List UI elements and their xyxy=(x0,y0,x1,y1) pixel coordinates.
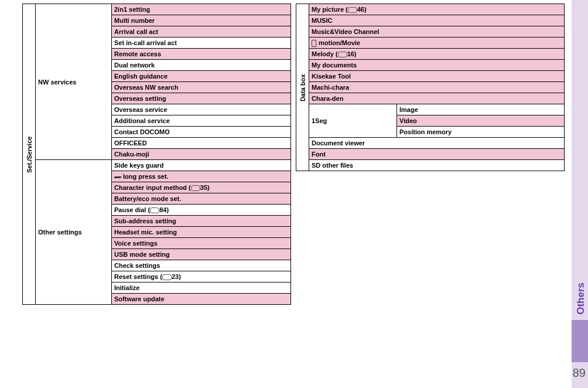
table-cell: Reset settings (23) xyxy=(112,271,291,283)
right-sidebar: Others 89 xyxy=(572,0,588,388)
key-icon xyxy=(114,174,121,180)
table-cell: Remote access xyxy=(112,49,291,60)
table-cell: Chaku-moji xyxy=(112,149,291,160)
table-cell: Initialize xyxy=(112,283,291,294)
table-cell: Overseas service xyxy=(112,104,291,115)
table-cell: USB mode setting xyxy=(112,249,291,260)
table-row: My documents xyxy=(296,60,565,71)
table-row: Kisekae Tool xyxy=(296,71,565,82)
table-cell: Headset mic. setting xyxy=(112,227,291,238)
table-cell: long press set. xyxy=(112,171,291,182)
table-cell: Font xyxy=(309,149,565,160)
table-cell: Document viewer xyxy=(309,138,565,149)
table-row: Machi-chara xyxy=(296,82,565,93)
table-row: Melody (16) xyxy=(296,49,565,60)
table-row: Other settingsSide keys guard xyxy=(23,160,291,171)
table-cell: Position memory xyxy=(397,127,565,138)
table-cell: Multi number xyxy=(112,15,291,26)
section-label: Others xyxy=(575,283,587,315)
table-cell: My documents xyxy=(309,60,565,71)
menu-button-icon xyxy=(150,207,159,213)
table-row: Font xyxy=(296,149,565,160)
table-cell: Image xyxy=(397,104,565,115)
table-cell: Dual network xyxy=(112,60,291,71)
table-cell: Kisekae Tool xyxy=(309,71,565,82)
table-cell: Contact DOCOMO xyxy=(112,127,291,138)
table-cell: Overseas setting xyxy=(112,93,291,104)
table-row: MUSIC xyxy=(296,15,565,26)
table-row: Set./ServiceNW services2in1 setting xyxy=(23,4,291,15)
menu-button-icon xyxy=(348,7,357,13)
table-cell: Arrival call act xyxy=(112,26,291,38)
right-table: Data boxMy picture (46)MUSICMusic&Video … xyxy=(296,4,565,171)
table-row: Data boxMy picture (46) xyxy=(296,4,565,15)
phone-icon xyxy=(312,40,316,47)
menu-button-icon xyxy=(338,52,347,57)
table-cell: Pause dial (84) xyxy=(112,205,291,216)
table-cell: Check settings xyxy=(112,260,291,271)
table-cell: Set in-call arrival act xyxy=(112,38,291,49)
table-cell: Sub-address setting xyxy=(112,216,291,227)
table-row: Chara-den xyxy=(296,93,565,104)
vertical-header-data-box: Data box xyxy=(296,4,309,171)
table-row: Document viewer xyxy=(296,138,565,149)
left-table: Set./ServiceNW services2in1 settingMulti… xyxy=(22,4,291,305)
table-cell: Voice settings xyxy=(112,238,291,249)
table-cell: My picture (46) xyxy=(309,4,565,15)
table-cell: English guidance xyxy=(112,71,291,82)
category-cell: NW services xyxy=(36,4,112,160)
table-cell: SD other files xyxy=(309,160,565,171)
table-row: Music&Video Channel xyxy=(296,26,565,38)
thumb-tab xyxy=(572,320,588,362)
page-number: 89 xyxy=(573,366,586,380)
table-cell: OFFICEED xyxy=(112,138,291,149)
page-content: Set./ServiceNW services2in1 settingMulti… xyxy=(22,4,565,305)
table-cell: Video xyxy=(397,115,565,127)
table-row: SD other files xyxy=(296,160,565,171)
vertical-header-set-service: Set./Service xyxy=(23,4,36,305)
table-cell: 2in1 setting xyxy=(112,4,291,15)
table-cell: motion/Movie xyxy=(309,38,565,49)
table-cell: MUSIC xyxy=(309,15,565,26)
right-column: Data boxMy picture (46)MUSICMusic&Video … xyxy=(296,4,565,305)
table-cell: Machi-chara xyxy=(309,82,565,93)
table-cell: Chara-den xyxy=(309,93,565,104)
table-cell: Additional service xyxy=(112,115,291,127)
table-cell: Overseas NW search xyxy=(112,82,291,93)
table-cell: Battery/eco mode set. xyxy=(112,193,291,205)
category-cell: Other settings xyxy=(36,160,112,305)
table-cell: Melody (16) xyxy=(309,49,565,60)
table-cell: Music&Video Channel xyxy=(309,26,565,38)
table-row: 1SegImage xyxy=(296,104,565,115)
menu-button-icon xyxy=(162,274,172,280)
table-cell: Side keys guard xyxy=(112,160,291,171)
table-cell: Character input method (35) xyxy=(112,182,291,193)
table-row: motion/Movie xyxy=(296,38,565,49)
left-column: Set./ServiceNW services2in1 settingMulti… xyxy=(22,4,291,305)
table-cell: Software update xyxy=(112,294,291,305)
category-cell-1seg: 1Seg xyxy=(309,104,397,138)
menu-button-icon xyxy=(191,185,200,191)
